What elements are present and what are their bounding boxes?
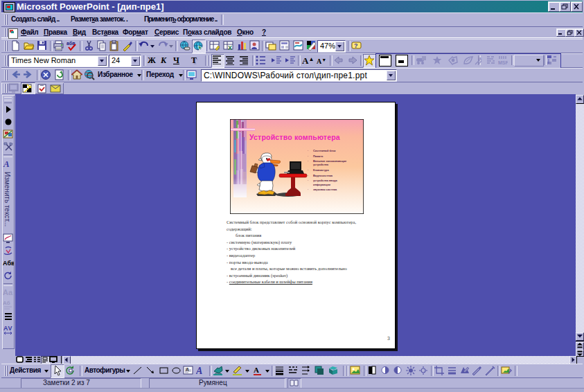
svg-text:звуковая система: звуковая система (313, 188, 337, 191)
svg-text:А: А (186, 367, 189, 372)
svg-text:·: · (308, 179, 308, 182)
svg-text:Системный блок: Системный блок (313, 149, 336, 152)
svg-text:Память: Память (313, 154, 324, 158)
svg-text:·: · (308, 154, 308, 158)
svg-text:Аб: Аб (3, 300, 10, 306)
svg-text:·: · (308, 174, 308, 177)
svg-text:a: a (479, 56, 481, 61)
svg-text:·: · (308, 159, 308, 163)
svg-text:Клавиатура: Клавиатура (313, 168, 329, 172)
svg-text:MSF: MSF (498, 60, 508, 65)
svg-text:·: · (308, 168, 308, 172)
svg-text:устройства: устройства (313, 163, 329, 166)
svg-text:АV: АV (3, 325, 12, 332)
svg-text:А: А (254, 366, 259, 374)
svg-text:А: А (3, 159, 10, 169)
svg-text:?: ? (354, 42, 358, 49)
svg-text:·: · (308, 149, 308, 152)
svg-text:устройства ввода: устройства ввода (313, 179, 337, 182)
svg-text:Видеосистема: Видеосистема (313, 174, 333, 177)
svg-text:А: А (196, 366, 202, 376)
svg-text:Аа: Аа (3, 288, 13, 296)
svg-text:Устройство компьютера: Устройство компьютера (249, 133, 340, 141)
svg-text:информации: информации (313, 183, 331, 186)
svg-text:·: · (308, 188, 308, 191)
svg-text:Абв: Абв (3, 260, 14, 267)
svg-text:X: X (228, 44, 232, 51)
